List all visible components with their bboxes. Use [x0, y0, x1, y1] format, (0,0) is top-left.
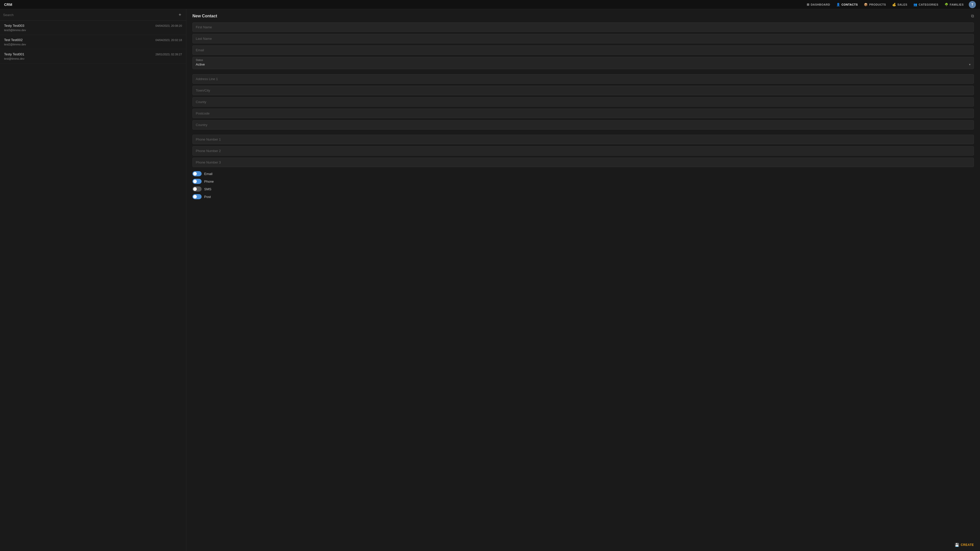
email-field — [192, 45, 974, 55]
toggle-phone[interactable] — [192, 179, 202, 184]
toggle-post-slider — [192, 194, 202, 199]
right-panel: New Contact ⧉ Status Active Inactive ▾ — [186, 9, 980, 551]
toggle-post-item: Post — [192, 194, 974, 199]
country-field — [192, 120, 974, 130]
town-city-input[interactable] — [192, 86, 974, 95]
postcode-field — [192, 109, 974, 118]
left-panel: + Testy Test003 04/04/2023, 20:08:20 tes… — [0, 9, 186, 551]
families-icon: 🌳 — [945, 3, 948, 6]
form-header: New Contact ⧉ — [186, 9, 980, 22]
nav-products-label: PRODUCTS — [869, 3, 886, 6]
form-title: New Contact — [192, 14, 217, 18]
topnav: CRM ⊞ DASHBOARD 👤 CONTACTS 📦 PRODUCTS 💰 … — [0, 0, 980, 9]
nav-sales-label: SALES — [897, 3, 907, 6]
contact-email: test@timmo.dev — [4, 57, 24, 60]
phone3-field — [192, 158, 974, 167]
contact-email: test2@timmo.dev — [4, 43, 26, 46]
nav-dashboard[interactable]: ⊞ DASHBOARD — [807, 3, 830, 6]
toggle-sms-label: SMS — [204, 187, 211, 191]
external-link-icon[interactable]: ⧉ — [971, 14, 974, 18]
form-body: Status Active Inactive ▾ — [186, 22, 980, 210]
toggle-email-slider — [192, 171, 202, 176]
form-footer: 💾 CREATE — [186, 539, 980, 551]
phone3-input[interactable] — [192, 158, 974, 167]
contact-date: 28/01/2023, 02:39:27 — [156, 53, 182, 56]
brand: CRM — [4, 3, 12, 6]
contact-date: 04/04/2023, 20:08:20 — [156, 24, 182, 27]
nav-items: ⊞ DASHBOARD 👤 CONTACTS 📦 PRODUCTS 💰 SALE… — [807, 3, 964, 6]
save-icon: 💾 — [955, 543, 959, 547]
toggle-sms-item: SMS — [192, 186, 974, 192]
search-bar: + — [0, 9, 186, 21]
town-city-field — [192, 86, 974, 95]
dashboard-icon: ⊞ — [807, 3, 810, 6]
contact-item[interactable]: Testy Test001 28/01/2023, 02:39:27 test@… — [0, 49, 186, 64]
nav-dashboard-label: DASHBOARD — [811, 3, 830, 6]
contact-item[interactable]: Test Test002 04/04/2023, 20:02:18 test2@… — [0, 35, 186, 49]
toggle-phone-item: Phone — [192, 179, 974, 184]
phone2-field — [192, 146, 974, 156]
nav-families-label: FAMILIES — [950, 3, 964, 6]
nav-contacts-label: CONTACTS — [842, 3, 858, 6]
nav-categories[interactable]: 👥 CATEGORIES — [913, 3, 938, 6]
main-layout: + Testy Test003 04/04/2023, 20:08:20 tes… — [0, 9, 980, 551]
nav-families[interactable]: 🌳 FAMILIES — [945, 3, 964, 6]
phone1-input[interactable] — [192, 135, 974, 144]
toggles-section: Email Phone SMS Post — [192, 171, 974, 199]
status-select[interactable]: Active Inactive — [196, 62, 970, 66]
toggle-post[interactable] — [192, 194, 202, 199]
add-contact-button[interactable]: + — [177, 12, 183, 18]
contact-name: Test Test002 — [4, 38, 23, 42]
contact-date: 04/04/2023, 20:02:18 — [156, 38, 182, 41]
search-input[interactable] — [3, 13, 175, 17]
nav-sales[interactable]: 💰 SALES — [892, 3, 907, 6]
toggle-post-label: Post — [204, 195, 211, 199]
categories-icon: 👥 — [913, 3, 918, 6]
toggle-sms[interactable] — [192, 186, 202, 192]
toggle-email[interactable] — [192, 171, 202, 176]
county-input[interactable] — [192, 97, 974, 106]
postcode-input[interactable] — [192, 109, 974, 118]
nav-contacts[interactable]: 👤 CONTACTS — [836, 3, 858, 6]
phone1-field — [192, 135, 974, 144]
status-field: Status Active Inactive ▾ — [192, 57, 974, 69]
toggle-sms-slider — [192, 186, 202, 192]
email-input[interactable] — [192, 45, 974, 55]
contact-email: test3@timmo.dev — [4, 29, 26, 32]
create-button-label: CREATE — [961, 543, 974, 547]
create-button[interactable]: 💾 CREATE — [955, 543, 974, 547]
avatar[interactable]: T — [969, 1, 976, 8]
country-input[interactable] — [192, 120, 974, 130]
address-line1-input[interactable] — [192, 74, 974, 84]
contact-list: Testy Test003 04/04/2023, 20:08:20 test3… — [0, 21, 186, 551]
avatar-initial: T — [971, 3, 973, 6]
phone2-input[interactable] — [192, 146, 974, 156]
last-name-input[interactable] — [192, 34, 974, 43]
last-name-field — [192, 34, 974, 43]
products-icon: 📦 — [864, 3, 868, 6]
contact-name: Testy Test003 — [4, 24, 24, 27]
address-line1-field — [192, 74, 974, 84]
status-label: Status — [196, 59, 970, 62]
toggle-phone-slider — [192, 179, 202, 184]
nav-products[interactable]: 📦 PRODUCTS — [864, 3, 886, 6]
contact-item[interactable]: Testy Test003 04/04/2023, 20:08:20 test3… — [0, 21, 186, 35]
county-field — [192, 97, 974, 106]
first-name-input[interactable] — [192, 22, 974, 32]
sales-icon: 💰 — [892, 3, 896, 6]
contact-name: Testy Test001 — [4, 52, 24, 56]
contacts-icon: 👤 — [836, 3, 840, 6]
toggle-phone-label: Phone — [204, 179, 214, 183]
toggle-email-item: Email — [192, 171, 974, 176]
first-name-field — [192, 22, 974, 32]
toggle-email-label: Email — [204, 172, 213, 176]
nav-categories-label: CATEGORIES — [919, 3, 939, 6]
